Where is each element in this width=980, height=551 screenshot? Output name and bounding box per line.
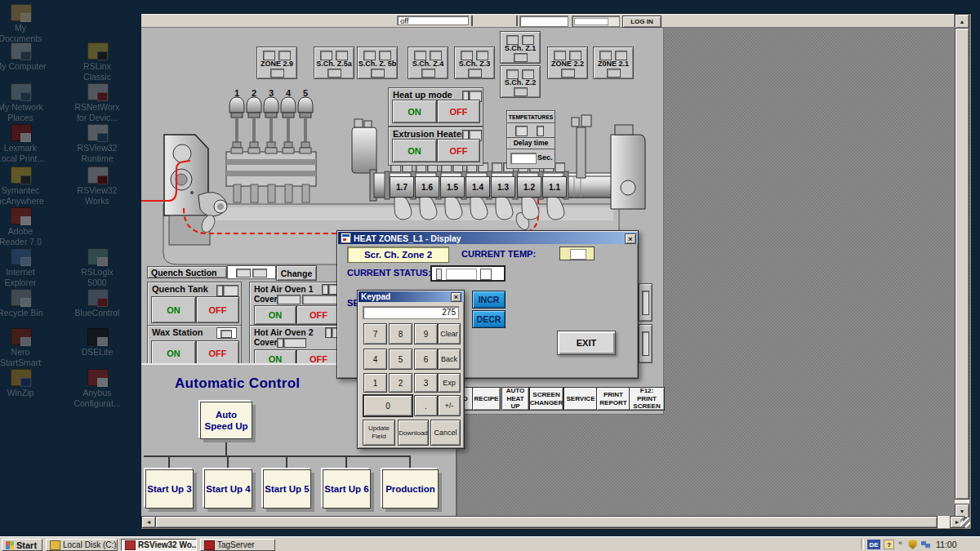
function-key-auto-heat-up[interactable]: AUTO HEAT UP [501,387,529,411]
security-shield-icon[interactable] [908,540,917,549]
log-in-button[interactable]: LOG IN [622,16,662,28]
zone-button-s-ch-z-5b[interactable]: S.Ch. Z. 5b [357,47,398,79]
task-button-rsview32-wo[interactable]: RSView32 Wo... [121,539,197,551]
heat-up-on-button[interactable]: ON [392,100,437,123]
desktop-icon-lexmark-local-print[interactable]: Lexmark Local Print... [0,122,51,162]
keypad-key-7[interactable]: 7 [363,323,387,344]
desktop-icon-my-network-places[interactable]: My Network Places [0,82,51,121]
zone-button-z0ne-2-1[interactable]: Z0NE 2.1 [593,47,634,79]
desktop-icon-my-computer[interactable]: My Computer [0,41,51,80]
keypad-cancel-button[interactable]: Cancel [430,420,461,446]
zone-button-s-ch-z-3[interactable]: S.Ch. Z.3 [454,47,495,79]
function-key-service[interactable]: SERVICE [564,387,598,411]
keypad-download-button[interactable]: Download [398,420,429,446]
desktop-icon-nero-startsmart[interactable]: Nero StartSmart [0,327,51,366]
startup-button-start-up-4[interactable]: Start Up 4 [204,469,252,509]
help-tray-icon[interactable]: ? [884,540,894,549]
delay-time-field[interactable] [510,153,537,164]
keypad-key-clear[interactable]: Clear [438,323,461,344]
keypad-key-back[interactable]: Back [438,349,461,370]
extrusion-on-button[interactable]: ON [392,139,437,162]
network-icon[interactable] [921,541,926,545]
desktop-icon-recycle-bin[interactable]: Recycle Bin [0,287,51,327]
tree-line [409,455,411,470]
extrusion-off-button[interactable]: OFF [437,139,480,162]
desktop-icon-dselite[interactable]: DSELite [66,327,128,366]
desktop-icon-rsview32-runtime[interactable]: RSView32 Runtime [66,122,128,162]
startup-button-production[interactable]: Production [382,469,439,509]
desktop-icon-symantec-pcanywhere[interactable]: Symantec pcAnywhere [0,165,51,204]
zone-button-s-ch-z-5a[interactable]: S.Ch. Z.5a [314,47,354,79]
zone-button-s-ch-z-2[interactable]: S.Ch. Z.2 [500,65,541,98]
desktop-icon-adobe-reader-7-0[interactable]: Adobe Reader 7.0 [0,206,51,245]
horizontal-scroll-thumb[interactable] [155,516,938,528]
keypad-key-exp[interactable]: Exp [438,373,461,393]
function-key-print-report[interactable]: PRINT REPORT [596,387,630,411]
startup-button-start-up-6[interactable]: Start Up 6 [323,469,371,509]
incr-button[interactable]: INCR [472,291,506,309]
vertical-scrollbar[interactable]: ▲ ▼ [955,14,969,517]
oven1-off-button[interactable]: OFF [296,305,341,325]
password-field[interactable] [572,16,620,27]
task-button-tagserver[interactable]: TagServer [200,539,275,551]
auto-speed-up-button[interactable]: Auto Speed Up [200,402,252,439]
desktop-icon-internet-explorer[interactable]: Internet Explorer [0,247,51,286]
desktop-icon-rsnetworx-for-devic[interactable]: RSNetWorx for Devic... [66,82,128,121]
horizontal-scrollbar[interactable]: ◄ ► [141,516,964,528]
keypad-key-5[interactable]: 5 [389,349,412,370]
startup-button-start-up-3[interactable]: Start Up 3 [145,469,194,509]
keypad-key-plus-minus[interactable]: +/- [438,395,461,416]
keypad-key-9[interactable]: 9 [414,323,438,344]
start-button[interactable]: Start [2,539,42,551]
close-icon[interactable]: × [625,233,636,244]
zone-button-zone-2-2[interactable]: ZONE 2.2 [547,47,588,79]
function-key-f12-print-screen[interactable]: F12: PRINT SCREEN [629,387,665,411]
keypad-key-6[interactable]: 6 [414,349,438,370]
function-key-screen-changer[interactable]: SCREEN CHANGER [529,387,564,411]
startup-button-start-up-5[interactable]: Start Up 5 [263,469,311,509]
desktop-icon-my-documents[interactable]: My Documents [0,2,51,42]
resize-grip[interactable] [960,518,970,527]
keypad-value-field[interactable]: 275 [363,306,459,319]
desktop-icon-anybus-configurat[interactable]: Anybus Configurat... [66,367,128,407]
keypad-key-dot[interactable]: . [414,395,438,416]
dialog-titlebar[interactable]: HEAT ZONES_L1 - Display [338,232,638,244]
quench-tank-off-button[interactable]: OFF [196,296,239,323]
user-field[interactable] [519,16,568,27]
language-indicator[interactable]: DE [867,540,880,549]
desktop-icon-rslinx-classic[interactable]: RSLinx Classic [66,41,128,80]
keypad-titlebar[interactable]: Keypad [359,291,464,302]
keypad-key-0[interactable]: 0 [363,395,412,416]
exit-button[interactable]: EXIT [557,331,616,355]
desktop-icon-rslogix-5000[interactable]: RSLogix 5000 [66,247,128,286]
keypad-key-4[interactable]: 4 [363,349,387,370]
keypad-update-field-button[interactable]: Update Field [363,420,395,446]
keypad-key-3[interactable]: 3 [414,373,438,393]
heat-up-off-button[interactable]: OFF [437,100,480,123]
wax-on-button[interactable]: ON [151,340,196,366]
keypad-key-1[interactable]: 1 [363,373,387,393]
keypad-key-2[interactable]: 2 [389,373,412,393]
cover-slider[interactable] [302,295,341,304]
quench-tank-on-button[interactable]: ON [151,296,196,323]
zone-button-s-ch-z-4[interactable]: S.Ch. Z.4 [408,47,448,79]
scroll-up-icon[interactable]: ▲ [955,14,969,29]
zone-button-s-ch-z-1[interactable]: S.Ch. Z.1 [500,31,541,64]
oven1-on-button[interactable]: ON [254,305,296,325]
function-key-recipe[interactable]: RECIPE [472,387,501,411]
keypad-key-8[interactable]: 8 [389,323,412,344]
decr-button[interactable]: DECR [472,310,506,328]
mode-field[interactable]: off [397,16,469,25]
scroll-left-icon[interactable]: ◄ [141,516,156,528]
change-button[interactable]: Change [276,265,317,281]
zone-button-label: S.Ch. Z.1 [501,44,540,53]
vertical-scroll-thumb[interactable] [955,28,969,500]
close-icon[interactable]: × [451,292,461,302]
wax-off-button[interactable]: OFF [196,340,239,366]
zone-button-zone-2-9[interactable]: ZONE 2.9 [256,47,297,79]
task-button-local-disk-c[interactable]: Local Disk (C:) [46,539,118,551]
desktop-icon-bluecontrol[interactable]: BlueControl [66,287,128,327]
desktop-icon-rsview32-works[interactable]: RSView32 Works [66,165,128,204]
tray-chevron-icon[interactable]: « [898,539,902,547]
desktop-icon-winzip[interactable]: WinZip [0,367,51,407]
